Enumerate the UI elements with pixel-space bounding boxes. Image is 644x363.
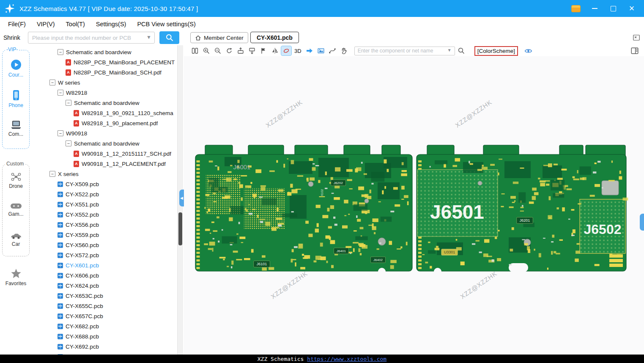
tree-item[interactable]: CY-X552.pcb (32, 209, 178, 220)
layers-panel-button[interactable] (630, 46, 640, 55)
minimize-button[interactable] (590, 4, 599, 13)
tree-item-label[interactable]: CY-X556.pcb (66, 222, 99, 228)
tree-item[interactable]: AW90918_1_12_20151117_SCH.pdf (32, 148, 178, 159)
tree-collapse-icon[interactable]: − (58, 90, 63, 96)
tree-item-label[interactable]: CY-X552.pcb (66, 212, 99, 218)
tree-item-label[interactable]: CY-X653C.pcb (66, 293, 103, 299)
tree-item[interactable]: AW90918_1_12_PLACEMENT.pdf (32, 159, 178, 169)
vip-briefcase-icon[interactable] (571, 5, 581, 12)
jump-arrow-button[interactable] (304, 46, 315, 55)
sidebar-item-phone[interactable]: Phone (0, 90, 32, 108)
collapse-right-panel-handle[interactable] (640, 214, 644, 231)
pcb-canvas[interactable]: XZZ@XZZHKXZZ@XZZHKXZZ@XZZHKXZZ@XZZHK J60… (184, 56, 644, 355)
sidebar-item-favorites[interactable]: Favorites (0, 268, 32, 286)
refresh-button[interactable] (224, 46, 234, 55)
tab-pcb-file[interactable]: CY-X601.pcb (250, 32, 299, 43)
tree-item[interactable]: CY-X601.pcb (32, 260, 178, 270)
bottom-layer-button[interactable] (247, 46, 257, 55)
tree-item-label[interactable]: W90918_1_12_PLACEMENT.pdf (82, 161, 166, 167)
tree-item-label[interactable]: CY-X624.pcb (66, 283, 99, 289)
tree-item[interactable]: CY-X509.pcb (32, 179, 178, 189)
tree-item[interactable]: AN828P_PCB_MainBorad_PLACEMENT (32, 57, 178, 67)
three-d-button[interactable]: 3D (293, 48, 303, 54)
tree-item-label[interactable]: CY-X572.pcb (66, 252, 99, 258)
close-panel-icon[interactable] (632, 33, 641, 42)
maximize-button[interactable] (608, 4, 618, 13)
tree-item-label[interactable]: W82918_1_90_0921_1120_schema (82, 110, 173, 116)
tree-item-label[interactable]: N828P_PCB_MainBorad_SCH.pdf (74, 69, 162, 76)
eye-visibility-button[interactable] (523, 46, 534, 55)
menu-file[interactable]: File(F) (3, 21, 31, 28)
split-view-button[interactable] (190, 46, 200, 55)
tree-item[interactable]: AN828P_PCB_MainBorad_SCH.pdf (32, 67, 178, 77)
component-search-input[interactable] (354, 47, 455, 55)
measure-curve-button[interactable] (327, 46, 337, 55)
tree-item-label[interactable]: W90918_1_12_20151117_SCH.pdf (82, 151, 171, 157)
sidebar-item-car[interactable]: Car (0, 233, 32, 247)
tree-item[interactable]: −W series (32, 77, 178, 88)
board-image-button[interactable] (316, 46, 326, 55)
tree-item-label[interactable]: CY-X551.pcb (66, 201, 99, 208)
tree-item[interactable]: CY-X688.pcb (32, 331, 178, 341)
tree-item[interactable]: −Schematic and boardview (32, 47, 178, 57)
menu-pcb-view-settings[interactable]: PCB View settings(S) (132, 21, 201, 28)
pan-hand-button[interactable] (339, 46, 349, 55)
tree-collapse-icon[interactable]: − (66, 100, 71, 106)
top-layer-button[interactable] (236, 46, 246, 55)
tree-item[interactable]: CY-X653C.pcb (32, 291, 178, 301)
tree-item-label[interactable]: CY-X657C.pcb (66, 313, 103, 319)
tree-item[interactable]: CY-X655C.pcb (32, 301, 178, 311)
tree-item-label[interactable]: CY-X682.pcb (66, 323, 99, 330)
tree-item-label[interactable]: CY-X655C.pcb (66, 303, 103, 309)
tree-collapse-icon[interactable]: − (66, 140, 71, 146)
tree-item[interactable]: CY-X572.pcb (32, 250, 178, 260)
tree-item-label[interactable]: CY-X688.pcb (66, 333, 99, 340)
tree-item-label[interactable]: Schematic and boardview (74, 140, 140, 147)
tree-item[interactable]: CY-X556.pcb (32, 220, 178, 230)
tree-item[interactable]: CY-X682.pcb (32, 321, 178, 331)
tree-item[interactable]: CY-X624.pcb (32, 280, 178, 291)
tree-item[interactable]: CY-X657C.pcb (32, 311, 178, 321)
model-search-input[interactable] (28, 32, 155, 44)
tree-collapse-icon[interactable]: − (58, 130, 63, 136)
tree-item[interactable]: −W82918 (32, 88, 178, 98)
tree-item-label[interactable]: CY-X560.pcb (66, 242, 99, 248)
close-button[interactable]: × (627, 4, 636, 13)
tree-item-label[interactable]: X series (58, 171, 79, 177)
component-search-button[interactable] (456, 46, 466, 55)
tree-item[interactable]: −Schematic and boardview (32, 98, 178, 108)
tree-scrollbar-thumb[interactable] (178, 212, 182, 245)
zoom-out-button[interactable] (213, 46, 223, 55)
tree-item-label[interactable]: Schematic and boardview (66, 49, 132, 55)
tree-item-label[interactable]: W series (58, 80, 80, 86)
sidebar-item-computer[interactable]: Com... (0, 120, 32, 137)
member-center-button[interactable]: Member Center (190, 32, 248, 43)
tree-item-label[interactable]: W82918_1_90_placement.pdf (82, 120, 158, 126)
tree-item-label[interactable]: W82918 (66, 90, 87, 96)
tree-item[interactable]: AW82918_1_90_placement.pdf (32, 118, 178, 128)
tree-item-label[interactable]: CY-X522.pcb (66, 191, 99, 198)
tree-item[interactable]: CY-X692.pcb (32, 341, 178, 352)
status-website-link[interactable]: https://www.xzztools.com (307, 356, 386, 362)
tree-item-label[interactable]: Schematic and boardview (74, 100, 140, 106)
flag-button[interactable] (258, 46, 269, 55)
tree-item-label[interactable]: CY-X509.pcb (66, 181, 99, 187)
tree-item[interactable]: CY-X551.pcb (32, 199, 178, 209)
sidebar-item-game[interactable]: Gam... (0, 203, 32, 217)
sidebar-item-drone[interactable]: Drone (0, 172, 32, 189)
model-search-button[interactable] (159, 31, 179, 44)
tree-item[interactable] (32, 352, 178, 355)
tree-item[interactable]: AW82918_1_90_0921_1120_schema (32, 108, 178, 118)
tree-item-label[interactable]: N828P_PCB_MainBorad_PLACEMENT (74, 59, 175, 66)
tree-collapse-icon[interactable]: − (49, 171, 55, 177)
zoom-in-button[interactable] (201, 46, 211, 55)
tree-item[interactable]: −X series (32, 169, 178, 179)
collapse-tree-handle[interactable]: ◀ (179, 190, 184, 206)
shrink-button[interactable]: Shrink (3, 34, 20, 41)
tree-collapse-icon[interactable]: − (49, 80, 55, 85)
sidebar-item-course[interactable]: Cour... (0, 59, 32, 78)
tree-item-label[interactable]: CY-X692.pcb (66, 344, 99, 350)
tree-item[interactable]: −W90918 (32, 128, 178, 138)
colorscheme-button[interactable]: [ColorScheme] (474, 46, 518, 56)
tree-item[interactable]: CY-X606.pcb (32, 270, 178, 280)
